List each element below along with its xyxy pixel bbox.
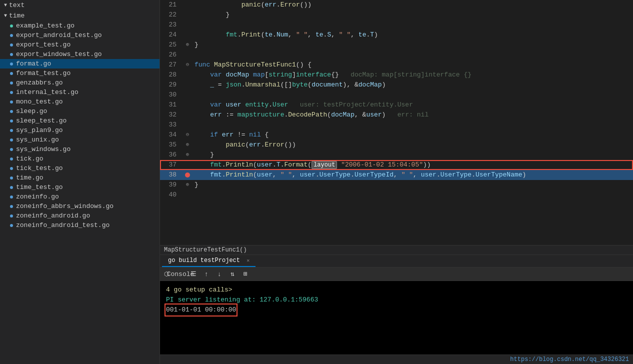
tab-close-icon[interactable]: ✕ xyxy=(246,258,250,264)
sidebar-folder-time[interactable]: ▼ time xyxy=(0,10,160,21)
code-editor[interactable]: 21 panic(err.Error()) 22 } 23 xyxy=(160,0,633,245)
sidebar-item-mono-test[interactable]: mono_test.go xyxy=(0,97,160,106)
sidebar-item-time-go[interactable]: time.go xyxy=(0,173,160,182)
line-num-31: 31 xyxy=(160,100,182,110)
file-dot-icon xyxy=(10,186,13,189)
file-dot-icon xyxy=(10,62,13,66)
line-content-31: var user entity.User user: testProject/e… xyxy=(192,100,629,110)
sidebar-item-zoneinfo-abbrs[interactable]: zoneinfo_abbrs_windows.go xyxy=(0,202,160,211)
line-num-29: 29 xyxy=(160,80,182,90)
main-container: ▼ text ▼ time example_test.go export_and… xyxy=(0,0,633,364)
list-button[interactable]: ☰ xyxy=(188,268,199,280)
file-dot-icon xyxy=(10,158,13,160)
sidebar-item-label: internal_test.go xyxy=(16,88,78,96)
line-content-27: func MapStructureTestFunc1() { xyxy=(192,60,629,70)
file-dot-icon xyxy=(10,110,13,113)
line-content-25: } xyxy=(192,40,629,50)
line-num-38: 38 xyxy=(160,170,182,180)
code-line-27: 27 ⊖ func MapStructureTestFunc1() { xyxy=(160,60,633,70)
gutter-27: ⊖ xyxy=(182,60,192,70)
folder-label-text: text xyxy=(9,2,24,9)
line-content-28: var docMap map[string]interface{} docMap… xyxy=(192,70,629,80)
sidebar-item-export-test[interactable]: export_test.go xyxy=(0,40,160,50)
sidebar-item-sys-unix[interactable]: sys_unix.go xyxy=(0,135,160,144)
bottom-toolbar: ⬡ Console ☰ ↑ ↓ ⇅ ⊞ xyxy=(160,268,633,281)
func-name-label: MapStructureTestFunc1() xyxy=(164,246,247,254)
line-content-38: fmt.Println(user, " ", user.UserType.Use… xyxy=(192,170,629,180)
file-dot-icon xyxy=(10,148,13,151)
line-content-32: err := mapstructure.DecodePath(docMap, &… xyxy=(192,110,629,120)
sidebar-item-tick-test[interactable]: tick_test.go xyxy=(0,164,160,173)
content-area: ▼ text ▼ time example_test.go export_and… xyxy=(0,0,633,364)
code-line-40: 40 xyxy=(160,190,633,200)
tab-go-build[interactable]: go build testProject ✕ xyxy=(162,255,256,267)
sidebar-item-format-go[interactable]: format.go xyxy=(0,59,160,68)
code-line-29: 29 _ = json.Unmarshal([]byte(document), … xyxy=(160,80,633,90)
line-content-35: panic(err.Error()) xyxy=(192,140,629,150)
sidebar-item-genzabbrs[interactable]: genzabbrs.go xyxy=(0,78,160,88)
console-line-2: PI server listening at: 127.0.0.1:59663 xyxy=(166,295,627,305)
sidebar-item-zoneinfo-android[interactable]: zoneinfo_android.go xyxy=(0,211,160,220)
line-num-32: 32 xyxy=(160,110,182,120)
file-dot-icon xyxy=(10,34,13,37)
sidebar-item-sleep-test[interactable]: sleep_test.go xyxy=(0,116,160,126)
sidebar-item-internal-test[interactable]: internal_test.go xyxy=(0,88,160,97)
file-dot-icon xyxy=(10,224,13,227)
file-dot-icon xyxy=(10,167,13,170)
code-line-21: 21 panic(err.Error()) xyxy=(160,0,633,10)
sidebar-item-label: tick_test.go xyxy=(16,164,63,172)
sidebar-item-zoneinfo-android-test[interactable]: zoneinfo_android_test.go xyxy=(0,220,160,230)
line-num-36: 36 xyxy=(160,150,182,160)
sidebar-item-label: sys_plan9.go xyxy=(16,126,63,134)
sidebar-item-export-android-test[interactable]: export_android_test.go xyxy=(0,30,160,40)
sidebar-item-label: zoneinfo.go xyxy=(16,193,59,200)
sidebar-item-time-test[interactable]: time_test.go xyxy=(0,182,160,192)
code-line-22: 22 } xyxy=(160,10,633,20)
code-line-39: 39 ⊕ } xyxy=(160,180,633,190)
func-name-statusbar: MapStructureTestFunc1() xyxy=(160,245,633,254)
sidebar-item-sys-windows[interactable]: sys_windows.go xyxy=(0,144,160,154)
code-line-25: 25 ⊕ } xyxy=(160,40,633,50)
sidebar-item-label: export_windows_test.go xyxy=(16,50,102,58)
code-line-38: 38 fmt.Println(user, " ", user.UserType.… xyxy=(160,170,633,180)
code-line-33: 33 xyxy=(160,120,633,130)
file-dot-icon xyxy=(10,120,13,122)
line-content-37: fmt.Println(user.T.Format(layout "2006-0… xyxy=(192,160,629,170)
sidebar-item-label: zoneinfo_android.go xyxy=(16,212,90,220)
file-dot-icon xyxy=(10,100,13,104)
sidebar-item-zoneinfo[interactable]: zoneinfo.go xyxy=(0,192,160,202)
split-button[interactable]: ⇅ xyxy=(227,268,238,280)
sidebar-item-sys-plan9[interactable]: sys_plan9.go xyxy=(0,126,160,135)
debug-breakpoint xyxy=(185,172,190,178)
gutter-34: ⊖ xyxy=(182,130,192,140)
grid-button[interactable]: ⊞ xyxy=(240,268,251,280)
sidebar-item-tick[interactable]: tick.go xyxy=(0,154,160,164)
sidebar-item-export-windows-test[interactable]: export_windows_test.go xyxy=(0,50,160,59)
sidebar-item-label: mono_test.go xyxy=(16,98,63,106)
line-content-34: if err != nil { xyxy=(192,130,629,140)
sidebar-item-format-test[interactable]: format_test.go xyxy=(0,68,160,78)
line-num-33: 33 xyxy=(160,120,182,130)
file-dot-icon xyxy=(10,24,13,28)
sidebar-item-example-test[interactable]: example_test.go xyxy=(0,21,160,30)
scroll-up-button[interactable]: ↑ xyxy=(201,268,212,280)
sidebar-item-label: tick.go xyxy=(16,155,44,162)
line-content-22: } xyxy=(192,10,629,20)
console-output[interactable]: 4 go setup calls> PI server listening at… xyxy=(160,281,633,354)
line-num-34: 34 xyxy=(160,130,182,140)
line-num-28: 28 xyxy=(160,70,182,80)
code-line-37: 37 fmt.Println(user.T.Format(layout "200… xyxy=(160,160,633,170)
console-button[interactable]: Console xyxy=(175,268,186,280)
code-line-30: 30 xyxy=(160,90,633,100)
editor-area: 21 panic(err.Error()) 22 } 23 xyxy=(160,0,633,364)
line-content-39: } xyxy=(192,180,629,190)
sidebar-item-label: time_test.go xyxy=(16,184,63,191)
scroll-down-button[interactable]: ↓ xyxy=(214,268,225,280)
sidebar-item-label: export_test.go xyxy=(16,41,70,48)
line-num-26: 26 xyxy=(160,50,182,60)
sidebar-item-sleep[interactable]: sleep.go xyxy=(0,106,160,116)
sidebar-folder-text[interactable]: ▼ text xyxy=(0,0,160,10)
code-line-31: 31 var user entity.User user: testProjec… xyxy=(160,100,633,110)
sidebar-item-label: zoneinfo_android_test.go xyxy=(16,222,110,229)
console-line-1: 4 go setup calls> xyxy=(166,285,627,295)
